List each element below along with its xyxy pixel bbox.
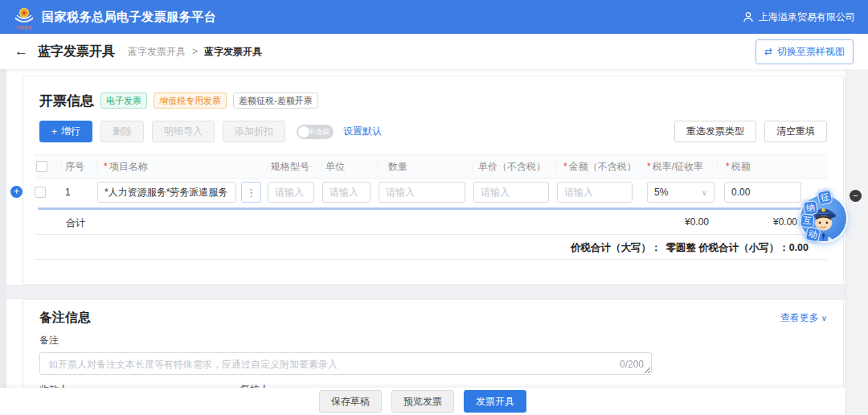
unit-price-input[interactable] bbox=[473, 182, 549, 203]
unit-cell bbox=[322, 182, 379, 203]
account-menu[interactable]: 上海溢承贸易有限公司 bbox=[743, 10, 855, 24]
logo-caption: 中国税务 bbox=[16, 25, 32, 30]
action-footer: 保存草稿 预览发票 发票开具 bbox=[0, 388, 845, 415]
header-amount: *金额（不含税） bbox=[557, 161, 641, 172]
quantity-input[interactable] bbox=[379, 182, 465, 203]
add-row-button[interactable]: + 增行 bbox=[39, 121, 92, 142]
sum-row: 价税合计（大写）：零圆整 价税合计（小写）：0.00 bbox=[35, 235, 827, 260]
breadcrumb: 蓝字发票开具 > 蓝字发票开具 bbox=[128, 45, 262, 59]
amount-input[interactable] bbox=[557, 182, 633, 203]
chevron-down-icon: ∨ bbox=[702, 188, 707, 197]
header-spec: 规格型号 bbox=[268, 161, 322, 172]
unit-input[interactable] bbox=[322, 182, 371, 203]
remark-label: 备注 bbox=[39, 334, 827, 347]
delete-button[interactable]: 删除 bbox=[100, 121, 144, 142]
toolbar-right: 重选发票类型 清空重填 bbox=[674, 121, 827, 142]
row-select-cell bbox=[35, 187, 62, 198]
row-index: 1 bbox=[62, 187, 71, 198]
minimize-icon[interactable]: − bbox=[850, 190, 862, 202]
back-arrow-icon[interactable]: ← bbox=[14, 43, 28, 60]
table-header-row: 序号 *项目名称 规格型号 单位 数量 单价（不含税） *金额（不含税） *税率… bbox=[35, 154, 827, 179]
select-all-cell bbox=[35, 161, 62, 172]
tag-vat-special-invoice: 增值税专用发票 bbox=[154, 92, 227, 109]
remark-field-wrap: 0/200 bbox=[39, 352, 652, 375]
tax-amount-input[interactable] bbox=[724, 182, 801, 203]
preview-invoice-button[interactable]: 预览发票 bbox=[391, 390, 454, 413]
items-table: 序号 *项目名称 规格型号 单位 数量 单价（不含税） *金额（不含税） *税率… bbox=[35, 154, 827, 260]
reselect-invoice-type-button[interactable]: 重选发票类型 bbox=[674, 121, 756, 142]
remark-textarea[interactable] bbox=[39, 352, 652, 375]
row-checkbox[interactable] bbox=[35, 187, 46, 198]
add-discount-button[interactable]: 添加折扣 bbox=[223, 121, 285, 142]
header-quantity: 数量 bbox=[379, 161, 473, 172]
user-icon bbox=[743, 11, 754, 23]
vertical-scrollbar[interactable] bbox=[845, 69, 868, 415]
invoice-info-card: 开票信息 电子发票 增值税专用发票 差额征税-差额开票 + 增行 删除 明细导入… bbox=[23, 76, 844, 285]
header-item-name: *项目名称 bbox=[97, 161, 268, 172]
unit-price-cell bbox=[473, 182, 557, 203]
tag-difference-levy: 差额征税-差额开票 bbox=[233, 92, 318, 109]
item-name-input[interactable] bbox=[97, 182, 236, 203]
remarks-title: 备注信息 bbox=[39, 310, 91, 327]
total-tax-value: ¥0.00 bbox=[773, 216, 797, 228]
save-draft-button[interactable]: 保存草稿 bbox=[319, 390, 382, 413]
company-name: 上海溢承贸易有限公司 bbox=[759, 10, 855, 24]
tax-rate-value: 5% bbox=[654, 187, 668, 198]
tax-emblem-icon: 中国税务 bbox=[13, 3, 35, 31]
spec-cell bbox=[268, 182, 322, 203]
breadcrumb-separator: > bbox=[192, 46, 198, 57]
issue-invoice-button[interactable]: 发票开具 bbox=[464, 390, 526, 413]
header-unit-price: 单价（不含税） bbox=[473, 161, 557, 172]
invoice-section-head: 开票信息 电子发票 增值税专用发票 差额征税-差额开票 bbox=[39, 91, 827, 110]
add-row-label: 增行 bbox=[61, 125, 80, 138]
set-default-link[interactable]: 设置默认 bbox=[343, 125, 382, 138]
item-name-cell: ⋮ bbox=[97, 182, 268, 203]
page-header: ← 蓝字发票开具 蓝字发票开具 > 蓝字发票开具 ⇄ 切换至票样视图 bbox=[0, 34, 868, 69]
item-row: + 1 ⋮ 5% ∨ bbox=[35, 179, 827, 206]
sum-in-words: 价税合计（大写）：零圆整 bbox=[571, 241, 696, 255]
topbar: 中国税务 国家税务总局电子发票服务平台 上海溢承贸易有限公司 bbox=[0, 0, 868, 34]
view-more-link[interactable]: 查看更多 ∨ bbox=[780, 311, 827, 325]
quantity-cell bbox=[379, 182, 473, 203]
header-index: 序号 bbox=[62, 161, 97, 172]
invoice-section-title: 开票信息 bbox=[39, 92, 94, 110]
more-options-icon[interactable]: ⋮ bbox=[241, 182, 261, 203]
tax-included-toggle[interactable]: 不含税 bbox=[297, 125, 334, 139]
total-label: 合计 bbox=[66, 216, 85, 230]
char-counter: 0/200 bbox=[620, 359, 644, 370]
detail-import-button[interactable]: 明细导入 bbox=[152, 121, 215, 142]
toggle-label: 不含税 bbox=[308, 127, 330, 137]
invoice-toolbar: + 增行 删除 明细导入 添加折扣 不含税 设置默认 重选发票类型 清空重填 bbox=[39, 121, 827, 142]
remarks-head: 备注信息 查看更多 ∨ bbox=[39, 310, 827, 327]
amount-cell bbox=[557, 182, 641, 203]
clear-refill-button[interactable]: 清空重填 bbox=[764, 121, 827, 142]
switch-view-icon: ⇄ bbox=[764, 46, 772, 57]
header-tax-rate: *税率/征收率 bbox=[641, 161, 718, 172]
sum-in-figures: 价税合计（小写）：0.00 bbox=[698, 241, 809, 255]
header-tax-amount: *税额 bbox=[718, 161, 827, 172]
tax-rate-select[interactable]: 5% ∨ bbox=[647, 182, 714, 203]
platform-title: 国家税务总局电子发票服务平台 bbox=[42, 10, 216, 25]
switch-view-label: 切换至票样视图 bbox=[777, 45, 845, 59]
assistant-char-hu[interactable]: 互 bbox=[800, 213, 815, 228]
switch-view-button[interactable]: ⇄ 切换至票样视图 bbox=[755, 39, 854, 64]
header-unit: 单位 bbox=[322, 161, 379, 172]
select-all-checkbox[interactable] bbox=[36, 161, 47, 172]
tax-rate-cell: 5% ∨ bbox=[641, 182, 718, 203]
insert-row-icon[interactable]: + bbox=[10, 186, 23, 198]
page-title: 蓝字发票开具 bbox=[38, 43, 115, 60]
section-separator bbox=[6, 285, 845, 299]
left-edge-strip bbox=[0, 69, 6, 415]
spec-input[interactable] bbox=[268, 182, 314, 203]
invoice-info-inner: 开票信息 电子发票 增值税专用发票 差额征税-差额开票 + 增行 删除 明细导入… bbox=[23, 76, 843, 260]
plus-icon: + bbox=[51, 126, 57, 138]
tag-electronic-invoice: 电子发票 bbox=[100, 92, 147, 109]
total-amount-value: ¥0.00 bbox=[685, 216, 709, 228]
brand: 中国税务 国家税务总局电子发票服务平台 bbox=[13, 3, 216, 31]
total-row: 合计 ¥0.00 ¥0.00 bbox=[35, 210, 827, 235]
breadcrumb-current: 蓝字发票开具 bbox=[204, 45, 262, 59]
chevron-down-icon: ∨ bbox=[821, 314, 827, 323]
row-index-cell: 1 bbox=[62, 187, 97, 198]
breadcrumb-parent[interactable]: 蓝字发票开具 bbox=[128, 45, 186, 59]
app-root: 中国税务 国家税务总局电子发票服务平台 上海溢承贸易有限公司 ← 蓝字发票开具 … bbox=[0, 0, 868, 415]
